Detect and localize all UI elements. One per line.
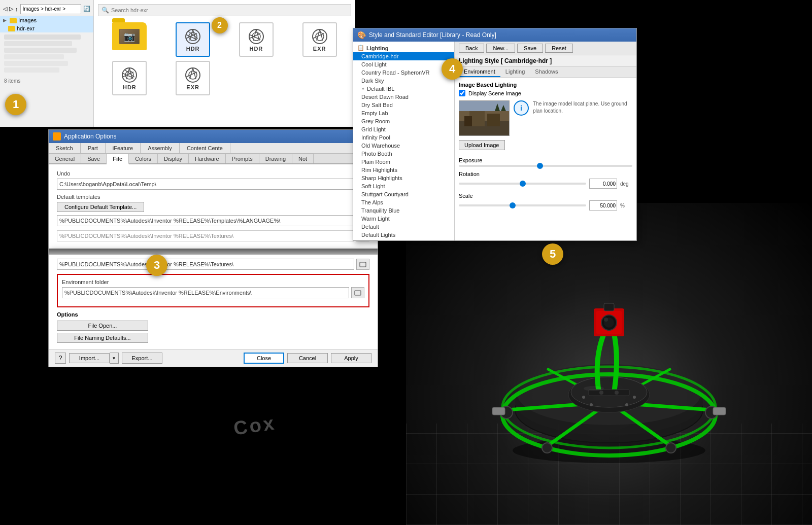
- toolbar-new-btn[interactable]: New...: [486, 44, 515, 53]
- svg-point-18: [122, 68, 137, 82]
- svg-point-76: [584, 386, 604, 391]
- sidebar-blurred-4: [4, 54, 64, 59]
- file-item-hdr-3[interactable]: HDR: [227, 22, 286, 57]
- file-item-exr-1[interactable]: EXR: [290, 22, 349, 57]
- style-tree-old-warehouse[interactable]: Old Warehouse: [353, 142, 454, 150]
- item-count: 8 items: [0, 74, 93, 87]
- tab-assembly[interactable]: Assembly: [141, 143, 180, 153]
- env-browse-btn[interactable]: [351, 287, 364, 298]
- style-tree-infinity-pool[interactable]: Infinity Pool: [353, 133, 454, 142]
- sidebar-item-hdr-exr[interactable]: hdr-exr: [0, 24, 93, 32]
- env-folder-input-row: [62, 287, 364, 298]
- svg-point-58: [666, 443, 676, 453]
- import-btn[interactable]: Import...: [69, 353, 110, 363]
- export-btn[interactable]: Export...: [122, 353, 162, 364]
- apply-btn[interactable]: Apply: [331, 353, 371, 363]
- template-path-input[interactable]: [57, 215, 354, 226]
- hdr-icon-wrapper-2: HDR: [176, 22, 210, 57]
- tab-display[interactable]: Display: [158, 154, 189, 163]
- style-tree-cool-light[interactable]: Cool Light: [353, 60, 454, 68]
- textures-path-input[interactable]: [57, 230, 354, 241]
- sidebar-item-images[interactable]: ▶ Images: [0, 16, 93, 24]
- toolbar-reset-btn[interactable]: Reset: [545, 44, 573, 53]
- explorer-main: 🔍 📷: [94, 0, 355, 127]
- style-tree-desert-dawn[interactable]: Desert Dawn Road: [353, 93, 454, 101]
- toolbar-save-btn[interactable]: Save: [517, 44, 543, 53]
- tab-sketch[interactable]: Sketch: [49, 143, 81, 153]
- help-btn[interactable]: ?: [55, 353, 66, 364]
- env-folder-label: Environment folder: [62, 279, 364, 285]
- style-tree-grid-light[interactable]: Grid Light: [353, 125, 454, 133]
- exposure-track[interactable]: [459, 165, 632, 167]
- env-folder-top-input[interactable]: [57, 259, 354, 270]
- bottom-tabs: General Save File Colors Display Hardwar…: [49, 154, 378, 164]
- style-tree-sharp-highlights[interactable]: Sharp Highlights: [353, 174, 454, 182]
- tab-colors[interactable]: Colors: [129, 154, 158, 163]
- style-tree-soft-light[interactable]: Soft Light: [353, 182, 454, 190]
- style-tree-default-lights[interactable]: Default Lights: [353, 231, 454, 239]
- style-tree-dry-salt[interactable]: Dry Salt Bed: [353, 101, 454, 109]
- style-tree-cambridge[interactable]: Cambridge-hdr: [353, 52, 454, 60]
- style-tree-tranquility[interactable]: Tranquility Blue: [353, 206, 454, 215]
- undo-path-input[interactable]: [57, 179, 354, 190]
- scale-track[interactable]: [459, 204, 586, 206]
- tab-drawing[interactable]: Drawing: [259, 154, 292, 163]
- style-tree-grey-room[interactable]: Grey Room: [353, 117, 454, 125]
- upload-image-btn[interactable]: Upload Image: [459, 140, 505, 150]
- env-browse-top-btn[interactable]: [356, 259, 369, 270]
- file-item-hdr-2[interactable]: HDR 2: [163, 22, 223, 57]
- exr-icon-wrapper-2: EXR: [176, 61, 210, 95]
- exposure-thumb[interactable]: [537, 163, 543, 169]
- file-naming-btn[interactable]: File Naming Defaults...: [57, 333, 148, 343]
- tab-not[interactable]: Not: [292, 154, 314, 163]
- tab-prompts[interactable]: Prompts: [226, 154, 259, 163]
- style-tree-rim-highlights[interactable]: Rim Highlights: [353, 166, 454, 174]
- tab-save[interactable]: Save: [81, 154, 107, 163]
- tab-part[interactable]: Part: [81, 143, 106, 153]
- explorer-addressbar[interactable]: ◁ ▷ ↑ Images > hdr-exr > 🔄: [0, 2, 93, 16]
- style-tab-environment[interactable]: Environment: [459, 67, 500, 77]
- file-item-exr-2[interactable]: EXR: [163, 61, 223, 95]
- svg-point-57: [542, 443, 552, 453]
- style-titlebar: 🎨 Style and Standard Editor [Library - R…: [353, 28, 636, 42]
- tab-hardware[interactable]: Hardware: [189, 154, 226, 163]
- style-tree-default[interactable]: Default: [353, 223, 454, 231]
- dialog-titlebar-icon: [53, 132, 61, 141]
- scale-value-input[interactable]: [589, 200, 617, 211]
- rotation-track[interactable]: [459, 183, 586, 185]
- tab-content-center[interactable]: Content Cente: [180, 143, 230, 153]
- file-open-btn[interactable]: File Open...: [57, 321, 148, 331]
- style-tree-alps[interactable]: The Alps: [353, 198, 454, 206]
- configure-template-btn[interactable]: Configure Default Template...: [57, 202, 144, 212]
- style-tree-one-light[interactable]: One Light: [353, 239, 454, 240]
- svg-rect-68: [604, 303, 614, 311]
- tab-general[interactable]: General: [49, 154, 81, 163]
- file-item-hdr-4[interactable]: HDR: [100, 61, 159, 95]
- import-dropdown-arrow[interactable]: ▼: [110, 353, 119, 364]
- style-tree-dark-sky[interactable]: Dark Sky: [353, 77, 454, 85]
- rotation-value-input[interactable]: [589, 179, 617, 189]
- scale-thumb[interactable]: [510, 202, 516, 208]
- style-tree-photo-booth[interactable]: Photo Booth: [353, 150, 454, 158]
- svg-rect-39: [464, 116, 472, 126]
- env-folder-input[interactable]: [62, 287, 349, 298]
- style-tree-empty-lab[interactable]: Empty Lab: [353, 109, 454, 117]
- tab-ifeature[interactable]: iFeature: [106, 143, 141, 153]
- style-tree-stuttgart[interactable]: Stuttgart Courtyard: [353, 190, 454, 198]
- style-tab-lighting[interactable]: Lighting: [500, 67, 530, 77]
- style-tree-country-road[interactable]: Country Road - SpheronVR: [353, 68, 454, 77]
- file-item-folder[interactable]: 📷: [100, 22, 159, 57]
- style-tree-plain-room[interactable]: Plain Room: [353, 158, 454, 166]
- ibl-thumbnail: [459, 100, 510, 136]
- rotation-thumb[interactable]: [520, 181, 526, 187]
- close-btn[interactable]: Close: [244, 353, 284, 364]
- tab-file[interactable]: File: [107, 154, 129, 164]
- display-scene-checkbox[interactable]: [459, 90, 465, 96]
- style-tree-default-ibl[interactable]: Default IBL: [353, 85, 454, 93]
- cancel-btn[interactable]: Cancel: [287, 353, 328, 363]
- toolbar-back-btn[interactable]: Back: [459, 44, 484, 53]
- search-input[interactable]: [111, 7, 348, 13]
- sidebar-blurred-5: [4, 61, 68, 66]
- style-tree-warm-light[interactable]: Warm Light: [353, 215, 454, 223]
- style-tab-shadows[interactable]: Shadows: [530, 67, 563, 77]
